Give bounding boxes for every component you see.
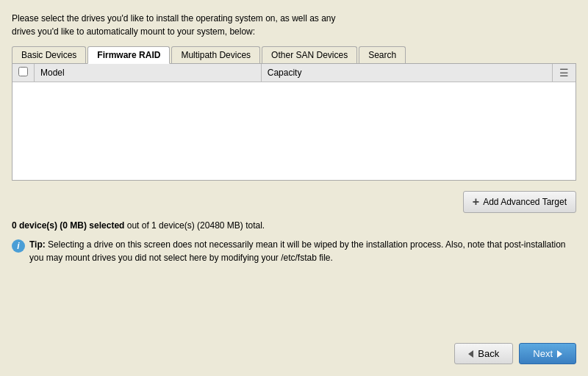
col-icon-header: ☰ [552,64,576,82]
select-all-checkbox[interactable] [18,67,28,76]
tab-basic-devices[interactable]: Basic Devices [12,46,86,64]
tip-text: Tip: Selecting a drive on this screen do… [29,238,576,264]
capacity-header: Capacity [261,64,552,82]
model-header: Model [35,64,262,82]
tip-body: Selecting a drive on this screen does no… [29,239,566,263]
tip-bold: Tip: [29,239,46,250]
tab-other-san-devices[interactable]: Other SAN Devices [262,46,357,64]
tab-bar: Basic Devices Firmware RAID Multipath De… [12,46,576,63]
status-row: 0 device(s) (0 MB) selected out of 1 dev… [12,220,576,231]
desc-line2: drives you'd like to automatically mount… [12,26,255,37]
status-bold: 0 device(s) (0 MB) selected [12,220,124,231]
device-table: Model Capacity ☰ [12,64,576,82]
tab-search[interactable]: Search [359,46,406,64]
tabs-section: Basic Devices Firmware RAID Multipath De… [12,46,576,181]
description-text: Please select the drives you'd like to i… [12,12,576,38]
device-table-container: Model Capacity ☰ [12,63,576,181]
back-arrow-icon [468,350,473,358]
tip-icon: i [12,239,25,253]
next-button[interactable]: Next [519,343,576,364]
tab-firmware-raid[interactable]: Firmware RAID [87,46,170,64]
status-rest: out of 1 device(s) (20480 MB) total. [124,220,265,231]
plus-icon: + [473,195,479,209]
tab-multipath-devices[interactable]: Multipath Devices [171,46,260,64]
column-settings-icon[interactable]: ☰ [559,67,569,79]
tip-row: i Tip: Selecting a drive on this screen … [12,238,576,264]
checkbox-header [12,64,35,82]
desc-line1: Please select the drives you'd like to i… [12,13,336,24]
add-target-row: + Add Advanced Target [12,191,576,213]
next-arrow-icon [557,350,562,358]
back-button[interactable]: Back [454,343,513,364]
add-advanced-target-button[interactable]: + Add Advanced Target [463,191,576,213]
main-page: Please select the drives you'd like to i… [0,0,588,376]
button-row: Back Next [12,337,576,364]
